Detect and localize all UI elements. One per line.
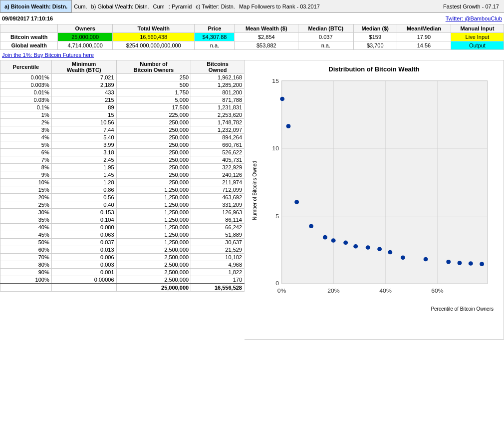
svg-point-33 [469,261,473,266]
table-cell: 240,126 [191,171,245,179]
bitcoin-owners: 25,000,000 [58,33,113,41]
table-row: 9%1.45250,000240,126 [0,171,245,179]
table-cell: 1.28 [51,179,116,186]
table-cell: 250,000 [116,126,191,134]
table-cell: 1,232,097 [191,126,245,134]
table-cell: 0.006 [51,254,116,261]
table-cell: 0.00006 [51,276,116,284]
table-cell: 0.56 [51,194,116,201]
svg-point-20 [294,200,299,204]
chart-title: Distribution of Bitcoin Wealth [250,65,499,73]
global-price: n.a. [195,41,235,50]
table-cell: 6% [0,149,52,156]
table-row: 50%0.0371,250,00030,637 [0,239,245,246]
table-cell: 1,285,200 [191,81,245,89]
table-cell: 1,250,000 [116,194,191,201]
table-cell: 2,500,000 [116,276,191,284]
twitter-link[interactable]: Twitter: @BambouClub [446,15,502,21]
table-cell: 2,500,000 [116,269,191,276]
table-cell: 250,000 [116,171,191,179]
table-cell: 0.001 [51,269,116,276]
table-cell: 0.037 [51,239,116,246]
table-cell: 17,500 [116,104,191,111]
bitcoin-median-usd: $159 [353,33,397,41]
table-cell: 21,529 [191,246,245,254]
tab-cum1[interactable]: Cum. [72,0,89,12]
svg-point-25 [353,244,358,249]
table-cell: 712,099 [191,186,245,194]
col-num-owners-header: Number ofBitcoin Owners [116,60,191,74]
table-cell: 225,000 [116,111,191,119]
table-cell: 8% [0,164,52,171]
table-cell: 3% [0,126,52,134]
bitcoin-total-wealth: 16,560,438 [112,33,194,41]
table-cell: 0.104 [51,216,116,224]
bitcoin-mean-wealth: $2,854 [235,33,298,41]
table-row: 100%0.000062,500,000170 [0,276,245,284]
table-cell: 10,102 [191,254,245,261]
table-cell: 0.03% [0,96,52,104]
col-header-manual: Manual Input [451,24,504,33]
table-row: 0.001%7,0212501,962,168 [0,74,245,81]
svg-point-18 [280,97,284,101]
table-cell: 2.45 [51,156,116,164]
table-cell: 35% [0,216,52,224]
svg-text:10: 10 [272,145,279,152]
table-cell: 86,114 [191,216,245,224]
global-median-usd: $3,700 [353,41,397,50]
bitcoin-mean-median: 17.90 [397,33,451,41]
table-cell: 215 [51,96,116,104]
global-total-wealth: $254,000,000,000,000 [112,41,194,50]
table-cell: 0.40 [51,201,116,209]
total-row: 25,000,00016,556,528 [0,284,245,292]
table-row: 0.03%2155,000871,788 [0,96,245,104]
table-cell: 126,963 [191,209,245,216]
tab-map-followers[interactable]: Map Followers to Rank - 03.2017 [237,0,322,12]
table-cell: 250 [116,74,191,81]
distribution-table: Percentile MinimumWealth (BTC) Number of… [0,60,245,292]
table-row: 25%0.401,250,000331,209 [0,201,245,209]
col-header-mean-wealth: Mean Wealth ($) [235,24,298,33]
table-cell: 30% [0,209,52,216]
table-cell: 1% [0,111,52,119]
join-link[interactable]: Join the 1%: Buy Bitcoin Futures here [0,50,504,60]
table-cell: 1,231,831 [191,104,245,111]
tab-bitcoin-wealth[interactable]: a) Bitcoin Wealth: Distn. [0,0,72,12]
table-cell: 405,731 [191,156,245,164]
table-row: 20%0.561,250,000463,692 [0,194,245,201]
tab-pyramid[interactable]: : Pyramid [167,0,194,12]
tab-twitter[interactable]: c) Twitter: Distn. [194,0,237,12]
table-cell: 1.95 [51,164,116,171]
table-cell: 0.86 [51,186,116,194]
table-row: 90%0.0012,500,0001,822 [0,269,245,276]
table-cell: 5% [0,141,52,149]
tab-cum2[interactable]: Cum [151,0,167,12]
table-cell: 0.003% [0,81,52,89]
table-cell: 5.40 [51,134,116,141]
svg-point-30 [424,257,428,262]
global-output: Output [451,41,504,50]
table-cell: 70% [0,254,52,261]
table-cell: 0.01% [0,89,52,96]
tab-global-wealth[interactable]: b) Global Wealth: Distn. [89,0,151,12]
svg-point-31 [446,260,451,264]
table-cell: 7,021 [51,74,116,81]
table-cell: 0.153 [51,209,116,216]
svg-point-32 [458,261,462,265]
x-axis-label: Percentile of Bitcoin Owners [250,306,499,312]
table-row: 1%15225,0002,253,620 [0,111,245,119]
col-percentile-header: Percentile [0,60,52,74]
global-mean-wealth: $53,882 [235,41,298,50]
svg-point-28 [388,250,392,255]
svg-point-34 [480,262,484,266]
table-cell: 526,622 [191,149,245,156]
svg-text:0%: 0% [277,288,286,295]
table-cell: 250,000 [116,141,191,149]
table-cell: 0.013 [51,246,116,254]
svg-rect-0 [282,81,488,284]
col-header-owners: Owners [58,24,113,33]
table-row: 0.003%2,1895001,285,200 [0,81,245,89]
table-cell: 66,242 [191,224,245,231]
chart-svg: 15 10 5 0 0% 20% 40% 60% [259,75,499,305]
top-navigation: a) Bitcoin Wealth: Distn. Cum. b) Global… [0,0,504,13]
